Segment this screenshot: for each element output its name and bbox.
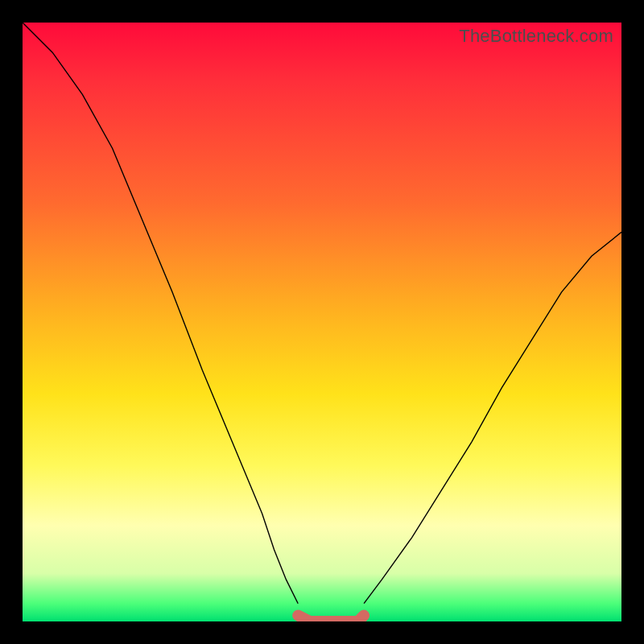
chart-frame: TheBottleneck.com [0, 0, 644, 644]
plot-area: TheBottleneck.com [23, 23, 621, 621]
curve-left-descent [23, 23, 298, 604]
bottleneck-curve [23, 23, 621, 621]
curve-flat-minimum [298, 616, 364, 621]
curve-right-ascent [364, 232, 621, 603]
